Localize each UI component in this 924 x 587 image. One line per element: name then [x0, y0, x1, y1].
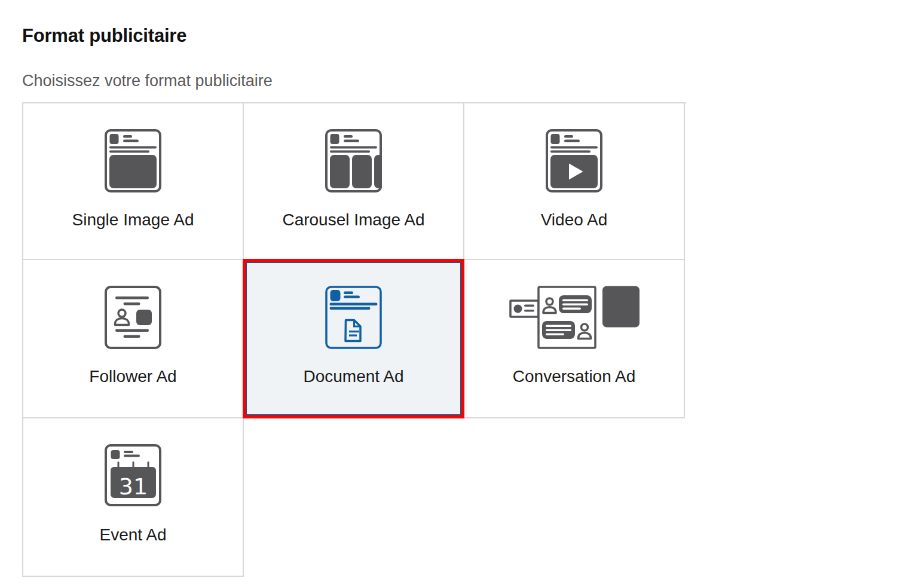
- document-ad-icon: [325, 286, 382, 349]
- conversation-ad-icon: [509, 286, 640, 349]
- format-label: Single Image Ad: [72, 209, 194, 231]
- format-label: Conversation Ad: [513, 366, 635, 387]
- carousel-image-ad-icon: [325, 129, 382, 192]
- single-image-ad-icon: [105, 129, 161, 192]
- format-option-document-ad[interactable]: Document Ad: [244, 260, 464, 418]
- ad-format-section: Format publicitaire Choisissez votre for…: [0, 26, 924, 577]
- follower-ad-icon: [105, 286, 161, 349]
- format-label: Video Ad: [541, 209, 608, 231]
- event-ad-icon: 31: [105, 444, 161, 507]
- video-ad-icon: [546, 129, 602, 192]
- page-title: Format publicitaire: [22, 26, 924, 45]
- format-option-conversation-ad[interactable]: Conversation Ad: [464, 260, 685, 418]
- event-calendar-day: 31: [119, 473, 148, 500]
- format-label: Event Ad: [99, 524, 166, 546]
- format-label: Document Ad: [303, 366, 403, 387]
- format-option-follower-ad[interactable]: Follower Ad: [23, 260, 244, 418]
- format-label: Carousel Image Ad: [282, 209, 424, 231]
- format-option-carousel-image-ad[interactable]: Carousel Image Ad: [244, 103, 464, 260]
- format-grid: Single Image Ad Carousel Image Ad: [22, 102, 686, 577]
- format-option-video-ad[interactable]: Video Ad: [464, 103, 685, 260]
- format-option-event-ad[interactable]: 31 Event Ad: [23, 418, 244, 577]
- format-option-single-image-ad[interactable]: Single Image Ad: [23, 103, 244, 260]
- page-subtitle: Choisissez votre format publicitaire: [22, 73, 924, 89]
- format-label: Follower Ad: [89, 366, 176, 387]
